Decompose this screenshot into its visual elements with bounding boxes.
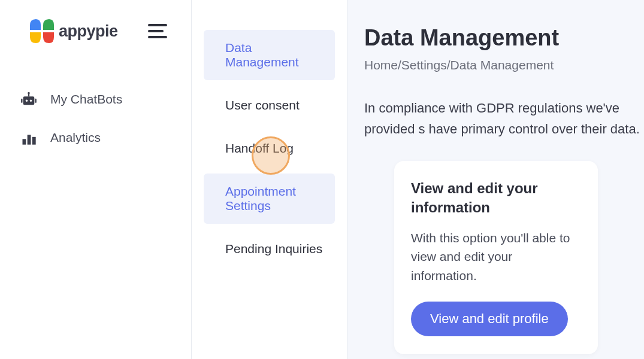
svg-rect-9 <box>32 137 36 145</box>
page-title: Data Management <box>364 25 644 51</box>
logo[interactable]: appypie <box>29 18 118 44</box>
settings-sidebar: Data Management User consent Handoff Log… <box>192 0 347 359</box>
nav-my-chatbots[interactable]: My ChatBots <box>20 80 191 118</box>
brand-name: appypie <box>59 22 118 41</box>
subnav-pending-inquiries[interactable]: Pending Inquiries <box>204 231 335 267</box>
nav-label: Analytics <box>50 130 101 145</box>
main-content: Data Management Home/Settings/Data Manag… <box>347 0 644 359</box>
subnav-appointment-settings[interactable]: Appointment Settings <box>204 174 335 224</box>
svg-point-4 <box>28 92 30 95</box>
nav-label: My ChatBots <box>50 92 122 107</box>
svg-rect-0 <box>23 96 35 105</box>
chart-icon <box>20 129 37 146</box>
primary-nav: My ChatBots Analytics <box>0 62 191 157</box>
info-card: View and edit your information With this… <box>394 161 598 354</box>
subnav-user-consent[interactable]: User consent <box>204 87 335 123</box>
subnav-handoff-log[interactable]: Handoff Log <box>204 130 335 166</box>
menu-toggle-icon[interactable] <box>148 24 167 38</box>
left-sidebar: appypie My ChatBots <box>0 0 192 359</box>
svg-point-1 <box>26 100 28 102</box>
robot-icon <box>20 91 37 108</box>
breadcrumb[interactable]: Home/Settings/Data Management <box>364 58 644 72</box>
svg-rect-8 <box>28 135 31 144</box>
nav-analytics[interactable]: Analytics <box>20 118 191 157</box>
svg-rect-5 <box>21 99 22 103</box>
view-edit-profile-button[interactable]: View and edit profile <box>411 302 568 336</box>
header: appypie <box>0 0 191 62</box>
svg-point-2 <box>30 100 32 102</box>
card-description: With this option you'll able to view and… <box>411 229 581 285</box>
svg-rect-6 <box>35 99 37 103</box>
svg-rect-7 <box>23 139 26 144</box>
appypie-logo-icon <box>29 18 56 44</box>
subnav-data-management[interactable]: Data Management <box>204 30 335 80</box>
intro-text: In compliance with GDPR regulations we'v… <box>364 98 644 139</box>
card-title: View and edit your information <box>411 179 581 216</box>
